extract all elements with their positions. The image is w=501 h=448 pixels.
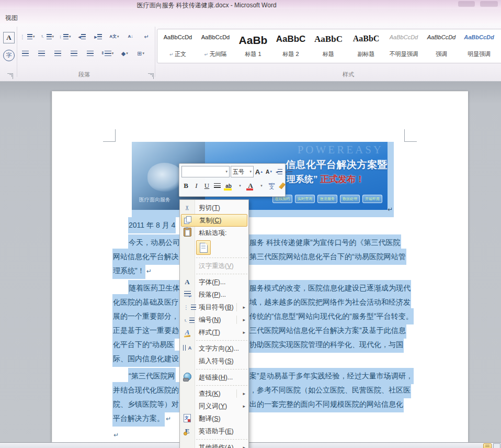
menu-item-insert-symbol[interactable]: 插入符号(S) (180, 355, 248, 367)
highlight-color-button[interactable]: ab (223, 181, 234, 191)
fullscreen-view-button[interactable] (493, 443, 500, 448)
document-text[interactable]: 2011 年 8 月 4今天，动易公司服务 科技传递健康”为宣传口号的《第三代医… (112, 217, 416, 442)
style-preview: AaBbC (347, 34, 385, 43)
style-card-标题 2[interactable]: AaBbC标题 2 (272, 30, 310, 60)
borders-button[interactable]: ⊞▾ (134, 48, 147, 59)
link-icon (183, 373, 192, 382)
tab-view[interactable]: 视图 (5, 14, 18, 23)
menu-item-label: 复制(C) (199, 216, 221, 225)
title-bar[interactable]: 医疗面向服务 科技传递健康.docx - Microsoft Word (0, 0, 501, 9)
menu-separator (196, 274, 247, 274)
menu-item-label: 剪切(T) (199, 204, 220, 212)
numbering-button[interactable]: ▾ (40, 31, 55, 42)
pilcrow-icon: ↵ (144, 34, 149, 40)
phonetic-icon: wén文 (269, 182, 275, 190)
selected-text: 际、国内信息化建设 (112, 351, 179, 367)
italic-button[interactable]: I (192, 181, 201, 191)
style-card-强调[interactable]: AaBbCcDd强调 (423, 30, 460, 60)
paste-page-icon (200, 243, 208, 253)
margin-crop-mark-right (404, 129, 417, 142)
align-right-button[interactable] (51, 48, 64, 59)
style-card-副标题[interactable]: AaBbC副标题 (347, 30, 385, 60)
menu-item-english-assistant[interactable]: E英语助手(E) (180, 425, 248, 438)
submenu-arrow-icon: ▸ (243, 404, 245, 409)
font-name-combo[interactable]: ▾ (181, 166, 230, 177)
decrease-indent-button[interactable]: ◂ (275, 166, 283, 177)
align-center-button[interactable] (35, 48, 48, 59)
print-layout-view-button[interactable] (483, 443, 492, 448)
style-name: 明显强调 (460, 50, 498, 58)
trans-icon: 文 (183, 414, 192, 424)
menu-item-label: 其他操作(A) (199, 443, 234, 448)
textdir-icon: A (183, 345, 192, 352)
minimize-button[interactable] (458, 1, 475, 7)
style-card-标题[interactable]: AaBbC标题 (310, 30, 347, 60)
menu-item-text-direction[interactable]: A文字方向(X)... (180, 342, 248, 355)
menu-item-paste-options[interactable]: 粘贴选项: (180, 227, 248, 239)
character-border-button[interactable]: A (3, 32, 15, 43)
menu-item-styles[interactable]: A样式(T)▸ (180, 326, 248, 339)
menu-item-font[interactable]: A字体(F)... (180, 276, 248, 288)
increase-indent-button[interactable]: ▸ (92, 31, 104, 42)
menu-item-synonyms[interactable]: 同义词(Y)▸ (180, 400, 248, 412)
decrease-indent-button[interactable]: ◂ (75, 31, 88, 42)
paste-keep-source-button[interactable] (196, 240, 211, 255)
align-left-button[interactable] (19, 48, 31, 59)
ribbon: A 字 ▾▾▾◂▸A文▾A↓↵ ⇕▾◆▾⊞▾ 段落 AaBbCcDd↵ 正文Aa… (0, 24, 501, 82)
highlight-dropdown[interactable]: ▾ (235, 181, 244, 191)
format-painter-button[interactable] (278, 181, 287, 191)
show-marks-button[interactable]: ↵ (140, 31, 153, 42)
style-card-正文[interactable]: AaBbCcDd↵ 正文 (159, 30, 197, 60)
close-button[interactable] (480, 1, 498, 7)
banner-nav-button: 数据处理 (340, 195, 360, 203)
multilevel-list-button[interactable]: ▾ (59, 31, 72, 42)
menu-item-numbering[interactable]: 编号(N)▸ (180, 313, 248, 326)
menu-item-bullets[interactable]: 项目符号(B)▸ (180, 301, 248, 313)
center-button[interactable] (213, 181, 222, 191)
menu-item-copy[interactable]: 复制(C) (181, 214, 247, 227)
underline-button[interactable]: U (202, 181, 211, 191)
menu-item-label: 超链接(H)... (199, 373, 233, 382)
menu-item-more-actions[interactable]: 其他操作(A)▸ (180, 441, 248, 448)
menu-item-hyperlink[interactable]: 超链接(H)... (180, 371, 248, 384)
line-spacing-button[interactable]: ⇕▾ (100, 48, 115, 59)
font-color-button[interactable]: A (246, 181, 255, 191)
menu-item-translate[interactable]: 文翻译(S) (180, 412, 248, 425)
style-preview: AaBb (234, 34, 272, 47)
text-line: ↵ (112, 428, 416, 442)
shrink-font-button[interactable]: A▼ (265, 166, 274, 177)
banner-caption: 医疗面向服务 (139, 196, 170, 204)
style-card-标题 1[interactable]: AaBb标题 1 (234, 30, 272, 60)
banner-nav-button: 医患服务 (317, 195, 337, 203)
paragraph-mark: ↵ (146, 267, 152, 275)
shading-button[interactable]: ◆▾ (118, 48, 131, 59)
font-size-combo[interactable]: 五号▾ (231, 166, 254, 177)
asian-layout-button[interactable]: A文▾ (108, 31, 120, 42)
submenu-arrow-icon: ▸ (243, 317, 245, 322)
bullets-button[interactable]: ▾ (19, 31, 36, 42)
phonetic-guide-button[interactable]: wén文 (267, 181, 276, 191)
enclose-character-button[interactable]: 字 (3, 50, 15, 61)
sort-button[interactable]: A↓ (124, 31, 136, 42)
style-name: 强调 (423, 50, 460, 58)
style-card-明显强调[interactable]: AaBbCcDd明显强调 (460, 30, 498, 60)
style-name: ↵ 无间隔 (197, 50, 234, 58)
paragraph-dialog-launcher[interactable] (148, 73, 154, 79)
font-color-dropdown[interactable]: ▾ (257, 181, 266, 191)
distribute-button[interactable] (84, 48, 96, 59)
menu-item-paragraph[interactable]: ↵段落(P)... (180, 288, 248, 301)
style-card-不明显强调[interactable]: AaBbCcDd不明显强调 (385, 30, 423, 60)
menu-item-cut[interactable]: ✂剪切(T) (180, 201, 248, 214)
menu-item-find[interactable]: 查找(K)▸ (180, 387, 248, 400)
grow-font-button[interactable]: A▲ (255, 166, 264, 177)
copy-icon (183, 216, 192, 225)
justify-button[interactable] (67, 48, 80, 59)
bold-button[interactable]: B (181, 181, 190, 191)
style-card-无间隔[interactable]: AaBbCcDd↵ 无间隔 (197, 30, 234, 60)
font-dialog-launcher[interactable] (7, 73, 13, 79)
menu-separator (196, 439, 247, 440)
text-line: 随着医药卫生体服务模式的改变，医院信息化建设已逐渐成为现代 (112, 280, 416, 294)
asian-icon: A文 (109, 35, 117, 39)
style-preview: AaBbCcDd (385, 34, 423, 40)
increase-indent-button[interactable]: ▸ (284, 166, 293, 177)
